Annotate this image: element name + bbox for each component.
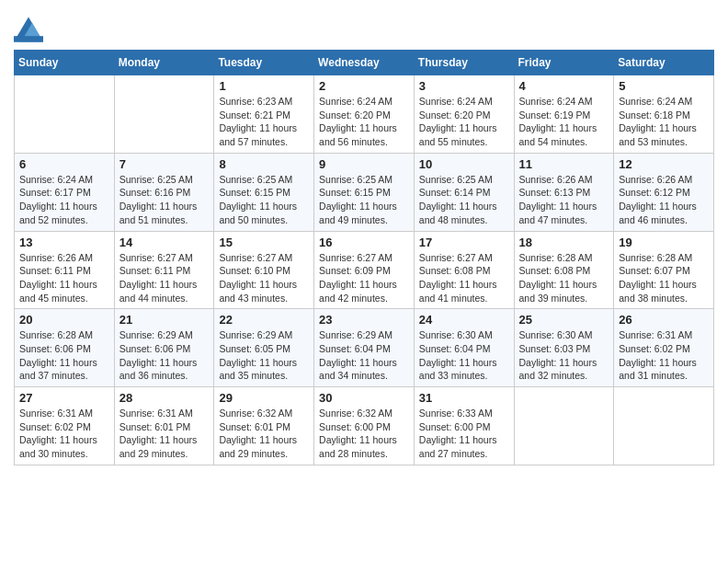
col-header-wednesday: Wednesday <box>314 51 415 75</box>
day-info: Sunrise: 6:27 AM Sunset: 6:11 PM Dayligh… <box>119 251 210 305</box>
day-info: Sunrise: 6:32 AM Sunset: 6:00 PM Dayligh… <box>319 407 409 461</box>
day-info: Sunrise: 6:31 AM Sunset: 6:02 PM Dayligh… <box>19 407 109 461</box>
day-info: Sunrise: 6:24 AM Sunset: 6:19 PM Dayligh… <box>519 95 609 149</box>
col-header-saturday: Saturday <box>614 51 714 75</box>
calendar-cell: 30Sunrise: 6:32 AM Sunset: 6:00 PM Dayli… <box>314 387 415 465</box>
day-number: 11 <box>519 157 609 171</box>
day-info: Sunrise: 6:30 AM Sunset: 6:03 PM Dayligh… <box>519 328 609 383</box>
day-number: 7 <box>119 157 210 171</box>
day-number: 18 <box>519 236 609 249</box>
calendar-cell: 3Sunrise: 6:24 AM Sunset: 6:20 PM Daylig… <box>414 75 514 154</box>
calendar-cell: 27Sunrise: 6:31 AM Sunset: 6:02 PM Dayli… <box>15 387 115 465</box>
day-number: 3 <box>419 79 509 93</box>
header <box>14 9 714 42</box>
day-info: Sunrise: 6:28 AM Sunset: 6:06 PM Dayligh… <box>19 328 109 383</box>
day-number: 22 <box>219 313 309 327</box>
day-info: Sunrise: 6:25 AM Sunset: 6:15 PM Dayligh… <box>219 173 309 227</box>
day-info: Sunrise: 6:26 AM Sunset: 6:11 PM Dayligh… <box>19 251 109 305</box>
calendar-cell: 4Sunrise: 6:24 AM Sunset: 6:19 PM Daylig… <box>514 75 614 154</box>
day-number: 25 <box>519 313 609 327</box>
calendar-cell: 22Sunrise: 6:29 AM Sunset: 6:05 PM Dayli… <box>214 309 314 387</box>
day-info: Sunrise: 6:28 AM Sunset: 6:07 PM Dayligh… <box>619 251 709 305</box>
day-number: 24 <box>419 313 509 327</box>
col-header-tuesday: Tuesday <box>214 51 314 75</box>
day-number: 1 <box>219 79 309 93</box>
day-number: 4 <box>519 79 609 93</box>
calendar-cell: 12Sunrise: 6:26 AM Sunset: 6:12 PM Dayli… <box>614 153 714 231</box>
day-number: 29 <box>219 391 309 405</box>
day-number: 21 <box>119 313 210 327</box>
calendar-header-row: SundayMondayTuesdayWednesdayThursdayFrid… <box>15 51 714 75</box>
calendar-cell: 11Sunrise: 6:26 AM Sunset: 6:13 PM Dayli… <box>514 153 614 231</box>
calendar-cell: 26Sunrise: 6:31 AM Sunset: 6:02 PM Dayli… <box>614 309 714 387</box>
col-header-thursday: Thursday <box>414 51 514 75</box>
calendar-cell: 19Sunrise: 6:28 AM Sunset: 6:07 PM Dayli… <box>614 231 714 309</box>
day-number: 9 <box>319 157 409 171</box>
day-number: 2 <box>319 79 409 93</box>
day-number: 8 <box>219 157 309 171</box>
day-info: Sunrise: 6:24 AM Sunset: 6:20 PM Dayligh… <box>419 95 509 149</box>
col-header-friday: Friday <box>514 51 614 75</box>
calendar-week-row: 6Sunrise: 6:24 AM Sunset: 6:17 PM Daylig… <box>15 153 714 231</box>
calendar-week-row: 13Sunrise: 6:26 AM Sunset: 6:11 PM Dayli… <box>15 231 714 309</box>
day-number: 30 <box>319 391 409 405</box>
day-number: 19 <box>619 236 709 249</box>
calendar-cell: 23Sunrise: 6:29 AM Sunset: 6:04 PM Dayli… <box>314 309 415 387</box>
calendar-cell: 16Sunrise: 6:27 AM Sunset: 6:09 PM Dayli… <box>314 231 415 309</box>
calendar-cell: 18Sunrise: 6:28 AM Sunset: 6:08 PM Dayli… <box>514 231 614 309</box>
calendar-cell: 1Sunrise: 6:23 AM Sunset: 6:21 PM Daylig… <box>214 75 314 154</box>
svg-rect-2 <box>14 36 43 41</box>
calendar-cell: 20Sunrise: 6:28 AM Sunset: 6:06 PM Dayli… <box>15 309 115 387</box>
day-number: 6 <box>19 157 109 171</box>
calendar-cell: 2Sunrise: 6:24 AM Sunset: 6:20 PM Daylig… <box>314 75 415 154</box>
day-number: 10 <box>419 157 509 171</box>
day-number: 12 <box>619 157 709 171</box>
logo <box>14 17 47 42</box>
calendar-cell: 14Sunrise: 6:27 AM Sunset: 6:11 PM Dayli… <box>114 231 214 309</box>
day-info: Sunrise: 6:24 AM Sunset: 6:17 PM Dayligh… <box>19 173 109 227</box>
logo-icon <box>14 17 43 42</box>
calendar-cell: 13Sunrise: 6:26 AM Sunset: 6:11 PM Dayli… <box>15 231 115 309</box>
day-info: Sunrise: 6:29 AM Sunset: 6:05 PM Dayligh… <box>219 328 309 383</box>
day-info: Sunrise: 6:25 AM Sunset: 6:16 PM Dayligh… <box>119 173 210 227</box>
calendar-cell: 7Sunrise: 6:25 AM Sunset: 6:16 PM Daylig… <box>114 153 214 231</box>
day-info: Sunrise: 6:24 AM Sunset: 6:20 PM Dayligh… <box>319 95 409 149</box>
calendar-table: SundayMondayTuesdayWednesdayThursdayFrid… <box>14 50 714 465</box>
day-number: 5 <box>619 79 709 93</box>
calendar-cell: 6Sunrise: 6:24 AM Sunset: 6:17 PM Daylig… <box>15 153 115 231</box>
day-number: 26 <box>619 313 709 327</box>
day-info: Sunrise: 6:30 AM Sunset: 6:04 PM Dayligh… <box>419 328 509 383</box>
calendar-cell <box>514 387 614 465</box>
day-info: Sunrise: 6:26 AM Sunset: 6:13 PM Dayligh… <box>519 173 609 227</box>
calendar-week-row: 20Sunrise: 6:28 AM Sunset: 6:06 PM Dayli… <box>15 309 714 387</box>
calendar-cell: 31Sunrise: 6:33 AM Sunset: 6:00 PM Dayli… <box>414 387 514 465</box>
day-number: 17 <box>419 236 509 249</box>
day-info: Sunrise: 6:26 AM Sunset: 6:12 PM Dayligh… <box>619 173 709 227</box>
day-info: Sunrise: 6:29 AM Sunset: 6:06 PM Dayligh… <box>119 328 210 383</box>
page-container: SundayMondayTuesdayWednesdayThursdayFrid… <box>0 0 728 479</box>
day-number: 23 <box>319 313 409 327</box>
day-number: 31 <box>419 391 509 405</box>
calendar-cell <box>614 387 714 465</box>
day-info: Sunrise: 6:31 AM Sunset: 6:02 PM Dayligh… <box>619 328 709 383</box>
calendar-cell: 15Sunrise: 6:27 AM Sunset: 6:10 PM Dayli… <box>214 231 314 309</box>
col-header-sunday: Sunday <box>15 51 115 75</box>
day-number: 27 <box>19 391 109 405</box>
day-info: Sunrise: 6:33 AM Sunset: 6:00 PM Dayligh… <box>419 407 509 461</box>
calendar-cell: 5Sunrise: 6:24 AM Sunset: 6:18 PM Daylig… <box>614 75 714 154</box>
day-number: 13 <box>19 236 109 249</box>
day-info: Sunrise: 6:23 AM Sunset: 6:21 PM Dayligh… <box>219 95 309 149</box>
calendar-week-row: 1Sunrise: 6:23 AM Sunset: 6:21 PM Daylig… <box>15 75 714 154</box>
calendar-cell: 25Sunrise: 6:30 AM Sunset: 6:03 PM Dayli… <box>514 309 614 387</box>
calendar-cell: 10Sunrise: 6:25 AM Sunset: 6:14 PM Dayli… <box>414 153 514 231</box>
day-number: 15 <box>219 236 309 249</box>
calendar-cell: 21Sunrise: 6:29 AM Sunset: 6:06 PM Dayli… <box>114 309 214 387</box>
col-header-monday: Monday <box>114 51 214 75</box>
day-info: Sunrise: 6:27 AM Sunset: 6:08 PM Dayligh… <box>419 251 509 305</box>
day-info: Sunrise: 6:27 AM Sunset: 6:10 PM Dayligh… <box>219 251 309 305</box>
calendar-cell: 9Sunrise: 6:25 AM Sunset: 6:15 PM Daylig… <box>314 153 415 231</box>
calendar-cell: 17Sunrise: 6:27 AM Sunset: 6:08 PM Dayli… <box>414 231 514 309</box>
day-number: 20 <box>19 313 109 327</box>
day-info: Sunrise: 6:29 AM Sunset: 6:04 PM Dayligh… <box>319 328 409 383</box>
day-info: Sunrise: 6:25 AM Sunset: 6:15 PM Dayligh… <box>319 173 409 227</box>
